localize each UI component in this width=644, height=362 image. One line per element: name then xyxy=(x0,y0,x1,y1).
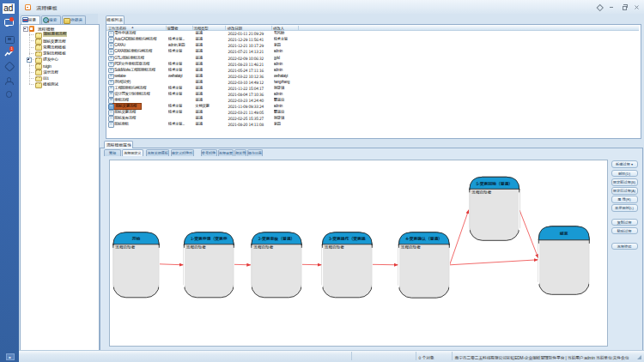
svg-text:开始: 开始 xyxy=(131,235,140,241)
svg-text:5-变更回响（普通）: 5-变更回响（普通） xyxy=(475,180,513,186)
svg-text:2-变更审核（普通）: 2-变更审核（普通） xyxy=(258,235,295,241)
svg-text:4-变更确认（普通）: 4-变更确认（普通） xyxy=(404,235,442,241)
svg-text:流程启动者: 流程启动者 xyxy=(114,244,135,250)
svg-text:3-变更操作（变更操: 3-变更操作（变更操 xyxy=(329,235,366,241)
svg-text:流程启动者: 流程启动者 xyxy=(323,244,343,250)
svg-text:1-变更申请（变更申: 1-变更申请（变更申 xyxy=(191,235,228,241)
svg-text:流程启动者: 流程启动者 xyxy=(252,244,273,250)
svg-text:流程启动者: 流程启动者 xyxy=(471,190,491,195)
svg-text:流程启动者: 流程启动者 xyxy=(185,244,205,250)
svg-text:流程启动者: 流程启动者 xyxy=(399,244,420,250)
svg-text:结束: 结束 xyxy=(559,230,568,236)
